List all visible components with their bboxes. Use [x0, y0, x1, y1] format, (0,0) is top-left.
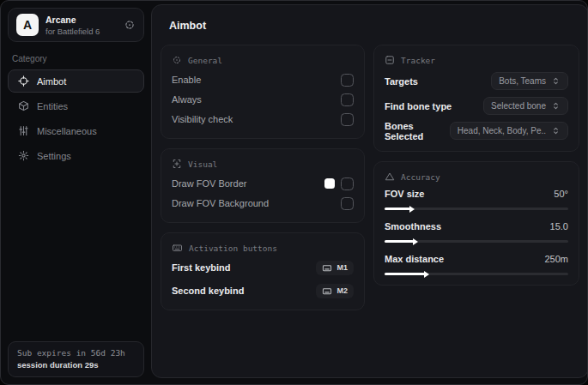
keyboard-icon — [322, 263, 332, 273]
sliders-icon — [17, 125, 29, 136]
sidebar-item-label: Entities — [37, 101, 68, 111]
tracker-row-bones-selected: Bones Selected Head, Neck, Body, Pe.. — [385, 120, 568, 141]
app-name: Arcane — [45, 15, 100, 25]
sub-expires-text: Sub expires in 56d 23h — [17, 348, 135, 358]
slider-fill — [385, 208, 410, 210]
draw-fov-border-checkbox[interactable] — [341, 177, 354, 190]
enable-checkbox[interactable] — [341, 74, 354, 87]
row-label: Enable — [172, 75, 201, 85]
sidebar-item-label: Aimbot — [37, 76, 66, 87]
triangle-icon — [385, 171, 395, 182]
general-card: General Enable Always Visibility check — [161, 45, 365, 139]
target-icon[interactable] — [124, 19, 136, 31]
app-logo: A — [16, 14, 39, 36]
accuracy-card: Accuracy FOV size 50° Smoothness — [373, 161, 579, 286]
sidebar-item-label: Miscellaneous — [37, 126, 97, 136]
row-label: Bones Selected — [385, 121, 450, 141]
dropdown-value: Bots, Teams — [499, 76, 546, 86]
sidebar-item-settings[interactable]: Settings — [8, 144, 144, 167]
second-keybind-button[interactable]: M2 — [316, 284, 354, 298]
chevrons-up-down-icon — [551, 101, 561, 111]
sidebar-item-entities[interactable]: Entities — [8, 94, 144, 117]
first-keybind-button[interactable]: M1 — [316, 261, 354, 275]
activation-row-first-keybind: First keybind M1 — [172, 258, 354, 277]
category-label: Category — [12, 54, 141, 63]
bones-selected-dropdown[interactable]: Head, Neck, Body, Pe.. — [450, 122, 568, 140]
activation-card-title: Activation buttons — [189, 244, 277, 253]
crosshair-dashed-icon — [172, 55, 182, 65]
general-row-enable: Enable — [172, 70, 354, 89]
left-column: General Enable Always Visibility check — [161, 45, 365, 310]
app-window: A Arcane for Battlefield 6 Category Aimb… — [0, 0, 588, 385]
row-label: First keybind — [172, 262, 230, 273]
row-label: Always — [172, 94, 202, 105]
sidebar-item-aimbot[interactable]: Aimbot — [8, 69, 144, 93]
keybind-value: M1 — [336, 263, 348, 272]
slider-value: 250m — [544, 254, 568, 264]
chevrons-up-down-icon — [551, 126, 561, 135]
dropdown-value: Head, Neck, Body, Pe.. — [458, 126, 546, 135]
gear-icon — [17, 150, 29, 161]
fov-border-color-swatch[interactable] — [324, 178, 335, 189]
targets-dropdown[interactable]: Bots, Teams — [491, 72, 568, 90]
row-label: Draw FOV Border — [172, 178, 246, 189]
tracker-row-find-bone-type: Find bone type Selected bone — [385, 95, 568, 117]
square-minus-icon — [385, 55, 395, 65]
slider-value: 15.0 — [550, 221, 568, 232]
general-card-header: General — [172, 55, 354, 65]
tracker-card-title: Tracker — [401, 56, 435, 65]
always-checkbox[interactable] — [341, 93, 354, 106]
crosshair-icon — [17, 75, 29, 87]
tracker-row-targets: Targets Bots, Teams — [385, 70, 568, 92]
sidebar-nav: Aimbot Entities Miscellaneous — [8, 69, 144, 167]
content-columns: General Enable Always Visibility check — [161, 45, 579, 310]
page-title: Aimbot — [169, 20, 579, 32]
smoothness-slider[interactable] — [385, 240, 568, 243]
general-card-title: General — [188, 56, 222, 65]
visibility-check-checkbox[interactable] — [341, 113, 354, 126]
activation-row-second-keybind: Second keybind M2 — [172, 281, 354, 300]
accuracy-card-header: Accuracy — [385, 171, 568, 182]
row-label: Visibility check — [172, 114, 233, 124]
main-panel: Aimbot General Enable — [151, 4, 588, 378]
keybind-value: M2 — [336, 286, 348, 295]
visual-row-fov-border: Draw FOV Border — [172, 174, 354, 193]
app-subtitle: for Battlefield 6 — [45, 27, 100, 36]
sidebar-item-miscellaneous[interactable]: Miscellaneous — [8, 119, 144, 142]
slider-value: 50° — [554, 189, 568, 199]
slider-fill — [385, 273, 425, 275]
sidebar: A Arcane for Battlefield 6 Category Aimb… — [1, 1, 151, 384]
accuracy-card-title: Accuracy — [401, 172, 440, 182]
cube-icon — [17, 100, 29, 111]
profile-card: A Arcane for Battlefield 6 — [8, 8, 144, 42]
visual-row-fov-background: Draw FOV Background — [172, 194, 354, 213]
fov-size-slider-group: FOV size 50° — [385, 187, 568, 210]
chevrons-up-down-icon — [551, 76, 561, 86]
session-duration-text: session duration 29s — [17, 360, 135, 370]
slider-label: Max distance — [385, 254, 444, 264]
tracker-card-header: Tracker — [385, 55, 568, 65]
find-bone-type-dropdown[interactable]: Selected bone — [483, 97, 568, 115]
sidebar-item-label: Settings — [37, 151, 71, 161]
tracker-card: Tracker Targets Bots, Teams — [373, 45, 579, 152]
visual-card-title: Visual — [188, 159, 217, 169]
slider-label: FOV size — [385, 189, 424, 199]
row-label: Second keybind — [172, 286, 244, 296]
max-distance-slider[interactable] — [385, 273, 568, 275]
smoothness-slider-group: Smoothness 15.0 — [385, 220, 568, 243]
max-distance-slider-group: Max distance 250m — [385, 252, 568, 275]
profile-text: Arcane for Battlefield 6 — [45, 15, 100, 36]
fov-size-slider[interactable] — [385, 208, 568, 210]
general-row-always: Always — [172, 90, 354, 109]
focus-plus-icon — [172, 159, 182, 169]
activation-card: Activation buttons First keybind M1 — [161, 232, 365, 310]
row-label: Draw FOV Background — [172, 198, 269, 208]
slider-label: Smoothness — [385, 221, 441, 232]
visual-card: Visual Draw FOV Border Draw FOV Backgrou… — [161, 148, 365, 223]
row-label: Find bone type — [385, 101, 452, 111]
draw-fov-background-checkbox[interactable] — [341, 197, 354, 210]
subscription-card: Sub expires in 56d 23h session duration … — [8, 341, 144, 377]
visual-card-header: Visual — [172, 159, 354, 169]
activation-card-header: Activation buttons — [172, 243, 354, 253]
row-label: Targets — [385, 76, 418, 87]
